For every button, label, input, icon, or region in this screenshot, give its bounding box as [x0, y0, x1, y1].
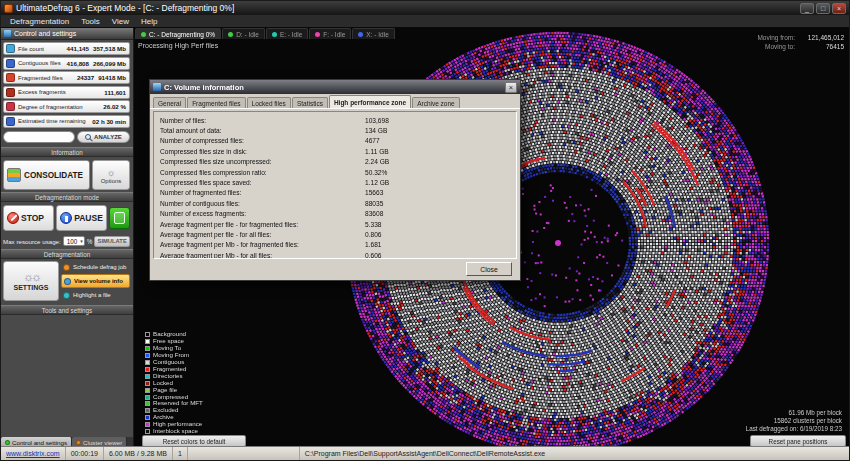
tab-dot-icon	[5, 440, 10, 445]
dialog-close-icon[interactable]: ×	[505, 82, 517, 93]
panel-header-icon	[4, 30, 11, 37]
stat-value-secondary: 357,518 Mb	[93, 45, 126, 52]
stat-label: Fragmented files	[18, 75, 63, 81]
moving-label: Moving from:	[757, 34, 795, 43]
simulate-button[interactable]: SIMULATE	[94, 236, 130, 247]
block-info-line: Last defragged on: 6/19/2019 8:23	[746, 425, 842, 433]
stat-label: Excess fragments	[18, 89, 66, 95]
resource-usage-value: 100	[67, 238, 78, 245]
analyze-button[interactable]: ANALYZE	[77, 131, 130, 143]
drive-tab[interactable]: C: - Defragmenting 0%	[135, 28, 221, 39]
dialog-row: Compressed files compression ratio: 50.3…	[154, 167, 516, 177]
drive-tab[interactable]: D: - Idle	[222, 28, 265, 39]
dialog-tab[interactable]: Fragmented files	[187, 97, 245, 108]
dialog-title: C: Volume information	[164, 83, 502, 92]
pause-icon	[60, 212, 72, 224]
stop-label: STOP	[21, 213, 44, 223]
go-button[interactable]	[109, 207, 130, 229]
dialog-row-label: Number of excess fragments:	[160, 210, 365, 217]
legend-swatch	[145, 395, 150, 400]
settings-button[interactable]: ☼☼ SETTINGS	[3, 261, 59, 301]
stop-button[interactable]: STOP	[3, 205, 54, 231]
dialog-row: Total amount of data: 134 GB	[154, 125, 516, 135]
dialog-row: Number of files: 103,698	[154, 115, 516, 125]
settings-label: SETTINGS	[13, 284, 48, 291]
stat-icon	[6, 117, 15, 126]
minimize-button[interactable]: _	[800, 3, 814, 14]
dialog-row-value: 83608	[365, 210, 383, 217]
drive-tabs: C: - Defragmenting 0% D: - Idle E: - Idl…	[134, 28, 395, 39]
section-tools-settings: Tools and settings	[1, 305, 133, 315]
dialog-tab[interactable]: General	[153, 97, 186, 108]
tool-option-icon	[64, 278, 71, 285]
dialog-tab[interactable]: High performance zone	[329, 95, 411, 108]
menu-item[interactable]: View	[107, 16, 134, 27]
tool-option-label: Highlight a file	[73, 292, 111, 298]
dialog-content: Number of files: 103,698 Total amount of…	[153, 111, 517, 259]
stat-value-secondary: 111,601	[104, 89, 126, 96]
dialog-row-value: 103,698	[365, 117, 389, 124]
defrag-mode-row: CONSOLIDATE ☼ Options	[3, 160, 130, 190]
consolidate-label: CONSOLIDATE	[24, 171, 83, 180]
consolidate-button[interactable]: CONSOLIDATE	[3, 160, 90, 190]
dialog-row: Number of compressed files: 4677	[154, 136, 516, 146]
tool-option[interactable]: Schedule defrag job	[61, 261, 130, 273]
dialog-row-label: Compressed files compression ratio:	[160, 169, 365, 176]
drive-icon	[272, 32, 277, 37]
dialog-row-value: 134 GB	[365, 127, 387, 134]
pause-button[interactable]: PAUSE	[56, 205, 107, 231]
drive-icon	[141, 32, 146, 37]
dialog-titlebar[interactable]: C: Volume information ×	[150, 80, 520, 94]
resource-usage-select[interactable]: 100 ▾	[63, 236, 85, 246]
tool-option[interactable]: Highlight a file	[61, 289, 130, 301]
file-search-input[interactable]	[3, 131, 75, 143]
menu-item[interactable]: Tools	[76, 16, 105, 27]
application-window: UltimateDefrag 6 - Expert Mode - [C: - D…	[0, 0, 850, 461]
dialog-row-label: Average fragment per Mb - for fragmented…	[160, 241, 365, 248]
tool-option[interactable]: View volume info	[61, 274, 130, 288]
legend-swatch	[145, 353, 150, 358]
legend-swatch	[145, 339, 150, 344]
dialog-tab[interactable]: Archive zone	[412, 97, 460, 108]
menu-item[interactable]: Help	[136, 16, 162, 27]
dialog-row: Compressed files space saved: 1.12 GB	[154, 177, 516, 187]
analyze-label: ANALYZE	[94, 134, 122, 140]
dialog-row: Compressed files size uncompressed: 2.24…	[154, 157, 516, 167]
legend-swatch	[145, 388, 150, 393]
control-panel: Control and settings File count 441,145 …	[1, 28, 134, 448]
dialog-tab[interactable]: Statistics	[292, 97, 328, 108]
drive-tab-label: D: - Idle	[236, 31, 259, 38]
drive-tab[interactable]: X: - Idle	[352, 28, 394, 39]
action-row: STOP PAUSE	[3, 205, 130, 231]
pause-label: PAUSE	[74, 213, 103, 223]
legend-swatch	[145, 422, 150, 427]
tool-option-label: View volume info	[74, 278, 123, 284]
drive-tab[interactable]: E: - Idle	[266, 28, 308, 39]
drive-tab[interactable]: F: - Idle	[309, 28, 351, 39]
legend-swatch	[145, 415, 150, 420]
dialog-close-button[interactable]: Close	[466, 262, 512, 276]
close-button[interactable]: ×	[832, 3, 846, 14]
dialog-row-value: 1.12 GB	[365, 179, 389, 186]
stat-value-secondary: 266,099 Mb	[93, 60, 126, 67]
dialog-row-label: Average fragment per file - for fragment…	[160, 221, 365, 228]
options-button[interactable]: ☼ Options	[92, 160, 130, 190]
dialog-tab[interactable]: Locked files	[247, 97, 291, 108]
stat-icon	[6, 88, 15, 97]
stat-value: 416,808	[67, 60, 89, 67]
dialog-row-label: Compressed files size in disk:	[160, 148, 365, 155]
disktrix-link[interactable]: www.disktrix.com	[1, 447, 66, 460]
moving-label: Moving to:	[765, 43, 795, 52]
stat-row: Contiguous files 416,808 266,099 Mb	[3, 57, 130, 70]
titlebar[interactable]: UltimateDefrag 6 - Expert Mode - [C: - D…	[1, 1, 849, 15]
magnifier-icon	[85, 134, 91, 140]
stat-label: Estimated time remaining	[18, 118, 86, 124]
legend-swatch	[145, 401, 150, 406]
disk-view-area: C: - Defragmenting 0% D: - Idle E: - Idl…	[134, 28, 849, 448]
menu-item[interactable]: Defragmentation	[5, 16, 74, 27]
stat-row: Degree of fragmentation 26.02 %	[3, 100, 130, 113]
resource-usage-row: Max resource usage: 100 ▾ % SIMULATE	[3, 235, 130, 247]
maximize-button[interactable]: □	[816, 3, 830, 14]
stat-value: 441,145	[67, 45, 89, 52]
dialog-row-value: 0.606	[365, 252, 382, 259]
